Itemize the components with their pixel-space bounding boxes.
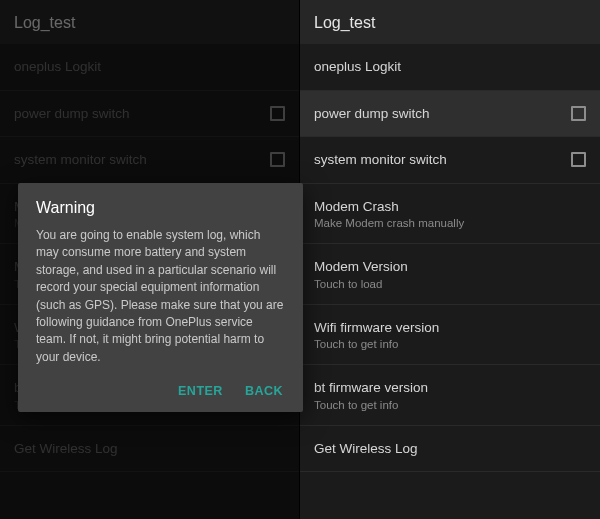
- left-pane: Log_test oneplus Logkit power dump switc…: [0, 0, 300, 519]
- row-wifi-firmware[interactable]: Wifi firmware version Touch to get info: [300, 305, 600, 366]
- row-get-wireless-log[interactable]: Get Wireless Log: [300, 426, 600, 473]
- warning-dialog: Warning You are going to enable system l…: [18, 183, 303, 412]
- row-label: Modem Crash: [314, 198, 464, 216]
- row-modem-crash[interactable]: Modem Crash Make Modem crash manually: [300, 184, 600, 245]
- row-label: Modem Version: [314, 258, 408, 276]
- dialog-actions: ENTER BACK: [36, 380, 285, 402]
- row-system-monitor-switch[interactable]: system monitor switch: [0, 137, 299, 184]
- app-header: Log_test: [300, 0, 600, 44]
- app-header: Log_test: [0, 0, 299, 44]
- row-sub: Touch to load: [314, 278, 408, 290]
- row-label: power dump switch: [14, 105, 130, 123]
- enter-button[interactable]: ENTER: [178, 384, 223, 398]
- page-title: Log_test: [14, 14, 285, 32]
- row-sub: Touch to get info: [314, 399, 428, 411]
- row-label: system monitor switch: [314, 151, 447, 169]
- row-bt-firmware[interactable]: bt firmware version Touch to get info: [300, 365, 600, 426]
- settings-list: oneplus Logkit power dump switch system …: [300, 44, 600, 519]
- row-label: oneplus Logkit: [314, 58, 401, 76]
- row-power-dump-switch[interactable]: power dump switch: [300, 91, 600, 138]
- checkbox-icon[interactable]: [270, 152, 285, 167]
- row-label: system monitor switch: [14, 151, 147, 169]
- row-modem-version[interactable]: Modem Version Touch to load: [300, 244, 600, 305]
- checkbox-icon[interactable]: [270, 106, 285, 121]
- row-power-dump-switch[interactable]: power dump switch: [0, 91, 299, 138]
- row-oneplus-logkit[interactable]: oneplus Logkit: [300, 44, 600, 91]
- row-system-monitor-switch[interactable]: system monitor switch: [300, 137, 600, 184]
- row-get-wireless-log[interactable]: Get Wireless Log: [0, 426, 299, 473]
- row-sub: Touch to get info: [314, 338, 439, 350]
- checkbox-icon[interactable]: [571, 106, 586, 121]
- checkbox-icon[interactable]: [571, 152, 586, 167]
- dialog-body: You are going to enable system log, whic…: [36, 227, 285, 366]
- dialog-title: Warning: [36, 199, 285, 217]
- row-sub: Make Modem crash manually: [314, 217, 464, 229]
- page-title: Log_test: [314, 14, 586, 32]
- row-label: Wifi firmware version: [314, 319, 439, 337]
- row-oneplus-logkit[interactable]: oneplus Logkit: [0, 44, 299, 91]
- right-pane: Log_test oneplus Logkit power dump switc…: [300, 0, 600, 519]
- row-label: power dump switch: [314, 105, 430, 123]
- row-label: oneplus Logkit: [14, 58, 101, 76]
- row-label: bt firmware version: [314, 379, 428, 397]
- row-label: Get Wireless Log: [14, 440, 118, 458]
- row-label: Get Wireless Log: [314, 440, 418, 458]
- back-button[interactable]: BACK: [245, 384, 283, 398]
